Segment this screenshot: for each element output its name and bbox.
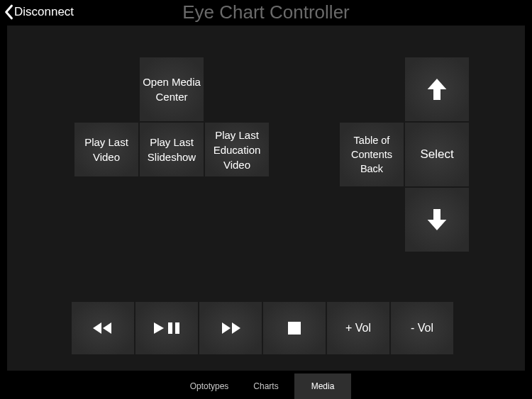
tab-charts[interactable]: Charts [238,373,294,399]
fast-forward-icon [218,318,243,338]
play-last-video-button[interactable]: Play Last Video [74,122,139,177]
volume-down-button[interactable]: - Vol [390,301,454,355]
volume-up-button[interactable]: + Vol [326,301,390,355]
disconnect-label: Disconnect [14,5,74,19]
open-media-center-button[interactable]: Open Media Center [139,57,204,122]
play-last-education-video-button[interactable]: Play Last Education Video [204,122,270,177]
stop-icon [286,320,303,337]
play-pause-button[interactable] [135,301,199,355]
disconnect-button[interactable]: Disconnect [0,4,74,20]
play-last-slideshow-button[interactable]: Play Last Slideshow [139,122,204,177]
playback-row: + Vol - Vol [71,301,454,355]
arrow-down-icon [423,206,451,234]
tab-media[interactable]: Media [294,373,351,399]
tab-optotypes[interactable]: Optotypes [181,373,238,399]
play-pause-icon [151,318,182,338]
svg-rect-0 [168,322,172,334]
rewind-icon [90,318,116,338]
nav-down-button[interactable] [404,187,470,252]
app-root: Disconnect Eye Chart Controller Open Med… [0,0,532,399]
arrow-up-icon [423,75,451,103]
toc-back-button[interactable]: Table of Contents Back [339,122,404,187]
rewind-button[interactable] [71,301,135,355]
svg-rect-1 [175,322,179,334]
page-title: Eye Chart Controller [0,1,532,23]
nav-up-button[interactable] [404,57,470,122]
tab-bar: Optotypes Charts Media [0,373,532,399]
stop-button[interactable] [262,301,326,355]
fast-forward-button[interactable] [199,301,262,355]
select-button[interactable]: Select [404,122,470,187]
svg-rect-2 [288,322,301,335]
main-panel: Open Media Center Play Last Video Play L… [7,26,525,371]
title-bar: Disconnect Eye Chart Controller [0,0,532,24]
chevron-left-icon [3,4,14,20]
